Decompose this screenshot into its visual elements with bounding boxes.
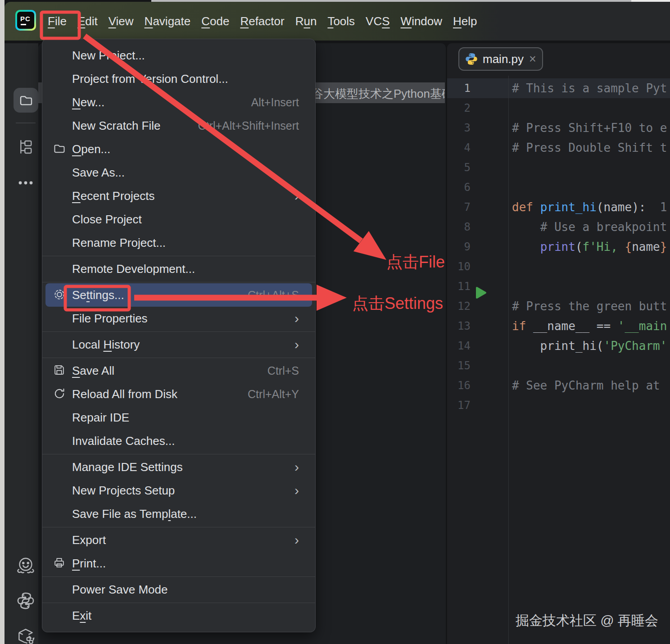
code-line-13: if __name__ == '__main — [512, 316, 670, 336]
menu-item-shortcut: Ctrl+S — [267, 364, 299, 377]
menu-item-label: Open... — [72, 142, 110, 156]
menu-item-label: Save File as Template... — [72, 507, 197, 521]
editor-gutter: 1234567891011121314151617 — [447, 78, 508, 415]
menu-code[interactable]: Code — [201, 14, 229, 28]
menu-item-label: Invalidate Caches... — [72, 434, 175, 448]
menu-item-new-scratch-file[interactable]: New Scratch FileCtrl+Alt+Shift+Insert — [45, 114, 312, 137]
menu-item-settings[interactable]: Settings...Ctrl+Alt+S — [45, 283, 312, 307]
line-number-6: 6 — [447, 177, 508, 197]
menu-vcs[interactable]: VCS — [366, 14, 389, 28]
project-folder-icon[interactable] — [14, 88, 38, 113]
menu-item-shortcut: Ctrl+Alt+Shift+Insert — [198, 119, 299, 132]
code-line-16: # See PyCharm help at — [512, 376, 670, 395]
menu-item-open[interactable]: Open... — [45, 137, 312, 161]
menu-item-print[interactable]: Print... — [45, 552, 312, 575]
python-file-icon — [465, 52, 478, 66]
menu-item-label: Recent Projects — [72, 189, 155, 203]
line-number-12: 12 — [447, 296, 508, 316]
menu-item-recent-projects[interactable]: Recent Projects› — [45, 184, 312, 208]
code-line-10 — [512, 257, 670, 277]
menu-item-save-all[interactable]: Save AllCtrl+S — [45, 359, 312, 382]
menu-separator — [42, 282, 315, 282]
menu-item-local-history[interactable]: Local History› — [45, 333, 312, 356]
more-icon[interactable] — [15, 175, 36, 191]
menu-item-label: New... — [72, 95, 104, 109]
menu-file[interactable]: File — [48, 14, 67, 28]
code-line-7: def print_hi(name): 1 usage — [512, 197, 670, 217]
menu-separator — [42, 576, 315, 577]
code-line-6 — [512, 177, 670, 197]
code-line-4: # Press Double Shift t — [512, 138, 670, 158]
menu-edit[interactable]: Edit — [77, 14, 98, 28]
menu-item-remote-development[interactable]: Remote Development... — [45, 257, 312, 281]
menu-item-file-properties[interactable]: File Properties› — [45, 307, 312, 330]
line-number-7: 7 — [447, 197, 508, 217]
line-number-5: 5 — [447, 158, 508, 177]
menu-item-project-from-version-control[interactable]: Project from Version Control... — [45, 67, 312, 91]
menu-navigate[interactable]: Navigate — [145, 14, 191, 28]
reload-icon — [53, 387, 67, 401]
code-line-1: # This is a sample Pyt — [512, 78, 670, 98]
line-number-16: 16 — [447, 376, 508, 395]
code-line-14: print_hi('PyCharm' — [512, 336, 670, 356]
tool-rail — [5, 43, 38, 644]
menu-item-label: Exit — [72, 609, 91, 623]
tab-main-py[interactable]: main.py × — [458, 47, 543, 71]
tab-close-icon[interactable]: × — [529, 52, 536, 66]
line-number-14: 14 — [447, 336, 508, 356]
line-number-13: 13 — [447, 316, 508, 336]
run-line-icon[interactable] — [475, 286, 487, 299]
code-line-11 — [512, 277, 670, 296]
tab-label: main.py — [483, 52, 524, 66]
chevron-right-icon: › — [294, 338, 299, 351]
line-number-4: 4 — [447, 138, 508, 158]
code-line-3: # Press Shift+F10 to e — [512, 118, 670, 138]
menu-help[interactable]: Help — [453, 14, 477, 28]
menu-item-label: New Projects Setup — [72, 484, 175, 498]
menu-item-repair-ide[interactable]: Repair IDE — [45, 406, 312, 429]
menu-item-label: Reload All from Disk — [72, 387, 177, 401]
python-packages-icon[interactable] — [14, 625, 37, 644]
menu-item-label: Repair IDE — [72, 411, 129, 425]
menu-item-export[interactable]: Export› — [45, 528, 312, 552]
watermark: 掘金技术社区 @ 再睡会 — [516, 612, 658, 630]
menu-item-label: Print... — [72, 557, 106, 571]
menu-separator — [42, 331, 315, 332]
menu-item-close-project[interactable]: Close Project — [45, 208, 312, 231]
menu-item-manage-ide-settings[interactable]: Manage IDE Settings› — [45, 455, 312, 479]
code-line-17 — [512, 395, 670, 415]
file-menu-popup: New Project...Project from Version Contr… — [42, 39, 316, 632]
menu-view[interactable]: View — [109, 14, 134, 28]
menu-tools[interactable]: Tools — [327, 14, 355, 28]
menu-item-new[interactable]: New...Alt+Insert — [45, 91, 312, 114]
menu-item-new-project[interactable]: New Project... — [45, 44, 312, 67]
menu-item-power-save-mode[interactable]: Power Save Mode — [45, 578, 312, 601]
editor-island: main.py × 1234567891011121314151617 # Th… — [447, 43, 670, 644]
menu-run[interactable]: Run — [295, 14, 317, 28]
menu-item-exit[interactable]: Exit — [45, 604, 312, 627]
menu-item-new-projects-setup[interactable]: New Projects Setup› — [45, 479, 312, 502]
line-number-2: 2 — [447, 98, 508, 118]
menu-item-label: Rename Project... — [72, 236, 166, 250]
menu-item-save-file-as-template[interactable]: Save File as Template... — [45, 502, 312, 526]
menu-item-rename-project[interactable]: Rename Project... — [45, 231, 312, 254]
line-number-3: 3 — [447, 118, 508, 138]
python-icon[interactable] — [15, 590, 36, 612]
huggingface-icon[interactable] — [14, 554, 37, 577]
menu-item-reload-all-from-disk[interactable]: Reload All from DiskCtrl+Alt+Y — [45, 382, 312, 406]
menu-window[interactable]: Window — [401, 14, 442, 28]
chevron-right-icon: › — [294, 533, 299, 547]
structure-icon[interactable] — [15, 136, 36, 158]
menu-separator — [42, 454, 315, 454]
menu-separator — [42, 527, 315, 527]
menu-separator — [42, 256, 315, 256]
menu-item-invalidate-caches[interactable]: Invalidate Caches... — [45, 429, 312, 453]
background-window-edge — [0, 0, 5, 644]
menu-item-shortcut: Alt+Insert — [251, 96, 299, 109]
menu-item-label: Project from Version Control... — [72, 72, 228, 86]
code-area[interactable]: # This is a sample Pyt# Press Shift+F10 … — [512, 78, 670, 415]
menu-item-save-as[interactable]: Save As... — [45, 161, 312, 184]
printer-icon — [53, 557, 67, 570]
menu-refactor[interactable]: Refactor — [240, 14, 284, 28]
chevron-right-icon: › — [294, 460, 299, 474]
